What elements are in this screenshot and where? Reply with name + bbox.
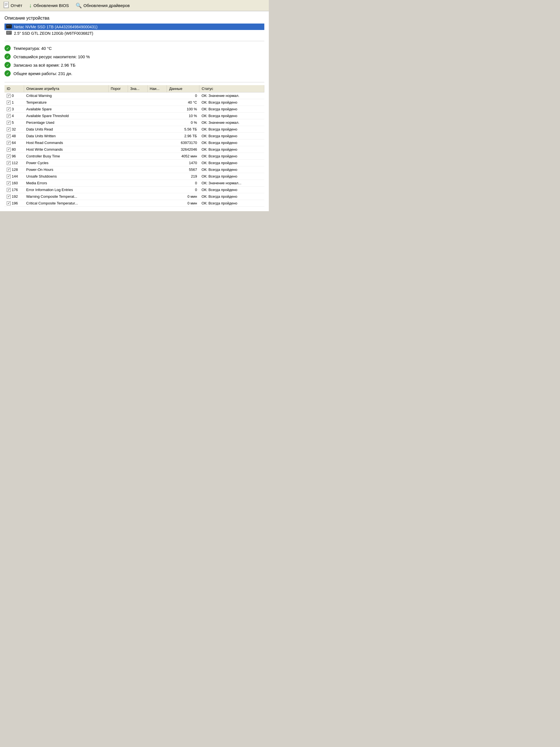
row-id-value: 4 bbox=[12, 114, 14, 118]
table-row[interactable]: 112 Power Cycles 1470 ОК: Всегда пройден… bbox=[4, 160, 264, 166]
cell-worst bbox=[147, 200, 167, 207]
table-row[interactable]: 96 Controller Busy Time 4052 мин ОК: Все… bbox=[4, 153, 264, 160]
table-row[interactable]: 48 Data Units Written 2.96 ТБ ОК: Всегда… bbox=[4, 133, 264, 139]
cell-value bbox=[128, 139, 148, 146]
table-row[interactable]: 80 Host Write Commands 32642046 ОК: Всег… bbox=[4, 146, 264, 153]
table-row[interactable]: 160 Media Errors 0 ОК: Значение нормал..… bbox=[4, 180, 264, 186]
table-row[interactable]: 176 Error Information Log Entries 0 ОК: … bbox=[4, 186, 264, 193]
cell-value bbox=[128, 99, 148, 106]
row-checkbox[interactable] bbox=[7, 188, 11, 192]
table-row[interactable]: 32 Data Units Read 5.56 ТБ ОК: Всегда пр… bbox=[4, 126, 264, 133]
row-checkbox[interactable] bbox=[7, 101, 11, 104]
cell-id: 1 bbox=[4, 99, 24, 106]
cell-desc: Error Information Log Entries bbox=[24, 186, 108, 193]
cell-threshold bbox=[108, 173, 128, 180]
device-item-nvme[interactable]: Netac NVMe SSD 1TB (AA4320649849000431) bbox=[4, 24, 264, 30]
row-checkbox[interactable] bbox=[7, 181, 11, 185]
cell-data: 5567 bbox=[167, 166, 199, 173]
cell-id: 144 bbox=[4, 173, 24, 180]
row-id-value: 80 bbox=[12, 147, 16, 152]
cell-status: ОК: Всегда пройдено bbox=[199, 173, 264, 180]
row-checkbox[interactable] bbox=[7, 154, 11, 158]
row-id-value: 48 bbox=[12, 134, 16, 138]
device-list: Netac NVMe SSD 1TB (AA4320649849000431) … bbox=[4, 24, 264, 36]
cell-worst bbox=[147, 106, 167, 112]
drivers-search-icon: 🔍 bbox=[76, 2, 82, 9]
row-checkbox[interactable] bbox=[7, 107, 11, 111]
table-row[interactable]: 144 Unsafe Shutdowns 219 ОК: Всегда прой… bbox=[4, 173, 264, 180]
cell-id: 160 bbox=[4, 180, 24, 186]
row-checkbox[interactable] bbox=[7, 134, 11, 138]
cell-id: 128 bbox=[4, 166, 24, 173]
cell-desc: Percentage Used bbox=[24, 119, 108, 126]
svg-rect-4 bbox=[6, 24, 12, 28]
row-checkbox[interactable] bbox=[7, 168, 11, 172]
cell-desc: Critical Warning bbox=[24, 93, 108, 99]
device-item-ssd[interactable]: 2.5" SSD GTL ZEON 120Gb (W6TF003682T) bbox=[4, 30, 264, 36]
table-row[interactable]: 64 Host Read Commands 63973170 ОК: Всегд… bbox=[4, 139, 264, 146]
cell-desc: Available Spare bbox=[24, 106, 108, 112]
table-row[interactable]: 1 Temperature 40 °C ОК: Всегда пройдено bbox=[4, 99, 264, 106]
col-header-threshold: Порог bbox=[108, 85, 128, 93]
table-row[interactable]: 196 Critical Composite Temperatur... 0 м… bbox=[4, 200, 264, 207]
cell-value bbox=[128, 186, 148, 193]
row-id-value: 5 bbox=[12, 121, 14, 125]
cell-value bbox=[128, 193, 148, 200]
health-items: ✓ Температура: 40 °C ✓ Оставшийся ресурс… bbox=[4, 44, 264, 78]
table-row[interactable]: 0 Critical Warning 0 ОК: Значение нормал… bbox=[4, 93, 264, 99]
check-icon-uptime: ✓ bbox=[4, 70, 11, 76]
row-checkbox[interactable] bbox=[7, 121, 11, 125]
cell-worst bbox=[147, 160, 167, 166]
row-checkbox[interactable] bbox=[7, 201, 11, 205]
cell-data: 0 bbox=[167, 93, 199, 99]
row-checkbox[interactable] bbox=[7, 94, 11, 98]
table-row[interactable]: 4 Available Spare Threshold 10 % ОК: Все… bbox=[4, 112, 264, 119]
cell-id: 176 bbox=[4, 186, 24, 193]
bios-update-button[interactable]: ↓ Обновления BIOS bbox=[29, 2, 69, 9]
check-icon-written: ✓ bbox=[4, 62, 11, 68]
drivers-update-button[interactable]: 🔍 Обновления драйверов bbox=[76, 2, 130, 9]
cell-status: ОК: Значение нормал. bbox=[199, 93, 264, 99]
cell-status: ОК: Всегда пройдено bbox=[199, 126, 264, 133]
row-checkbox[interactable] bbox=[7, 148, 11, 152]
cell-data: 5.56 ТБ bbox=[167, 126, 199, 133]
cell-desc: Unsafe Shutdowns bbox=[24, 173, 108, 180]
cell-status: ОК: Всегда пройдено bbox=[199, 133, 264, 139]
report-button[interactable]: Отчёт bbox=[3, 2, 22, 9]
cell-value bbox=[128, 126, 148, 133]
row-checkbox[interactable] bbox=[7, 161, 11, 165]
section-title: Описание устройства bbox=[4, 16, 264, 21]
cell-id: 5 bbox=[4, 119, 24, 126]
row-checkbox[interactable] bbox=[7, 175, 11, 178]
col-header-worst: Наи... bbox=[147, 85, 167, 93]
row-id-value: 96 bbox=[12, 154, 16, 158]
cell-desc: Power Cycles bbox=[24, 160, 108, 166]
row-checkbox[interactable] bbox=[7, 141, 11, 145]
cell-status: ОК: Всегда пройдено bbox=[199, 99, 264, 106]
table-row[interactable]: 5 Percentage Used 0 % ОК: Значение норма… bbox=[4, 119, 264, 126]
cell-desc: Data Units Read bbox=[24, 126, 108, 133]
cell-status: ОК: Значение нормал. bbox=[199, 119, 264, 126]
cell-threshold bbox=[108, 166, 128, 173]
cell-value bbox=[128, 200, 148, 207]
table-row[interactable]: 128 Power-On Hours 5567 ОК: Всегда пройд… bbox=[4, 166, 264, 173]
col-header-id: ID bbox=[4, 85, 24, 93]
cell-data: 40 °C bbox=[167, 99, 199, 106]
table-row[interactable]: 192 Warning Composite Temperat... 0 мин … bbox=[4, 193, 264, 200]
row-checkbox[interactable] bbox=[7, 195, 11, 199]
cell-value bbox=[128, 112, 148, 119]
cell-id: 64 bbox=[4, 139, 24, 146]
row-checkbox[interactable] bbox=[7, 127, 11, 131]
svg-rect-8 bbox=[7, 32, 11, 32]
cell-desc: Warning Composite Temperat... bbox=[24, 193, 108, 200]
health-label-uptime: Общее время работы: 231 дн. bbox=[14, 71, 72, 76]
cell-status: ОК: Всегда пройдено bbox=[199, 160, 264, 166]
cell-desc: Controller Busy Time bbox=[24, 153, 108, 160]
row-checkbox[interactable] bbox=[7, 114, 11, 118]
table-row[interactable]: 3 Available Spare 100 % ОК: Всегда пройд… bbox=[4, 106, 264, 112]
cell-id: 48 bbox=[4, 133, 24, 139]
cell-value bbox=[128, 93, 148, 99]
cell-id: 96 bbox=[4, 153, 24, 160]
svg-rect-6 bbox=[9, 25, 11, 26]
cell-worst bbox=[147, 119, 167, 126]
